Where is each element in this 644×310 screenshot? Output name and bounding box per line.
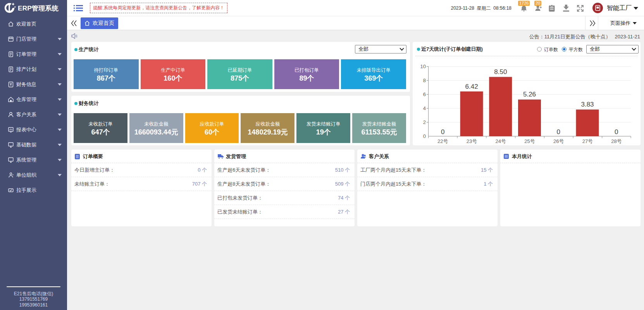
svg-text:6.42: 6.42 — [465, 83, 478, 90]
svg-text:28号: 28号 — [611, 138, 622, 144]
svg-text:3.83: 3.83 — [581, 101, 594, 108]
svg-text:0: 0 — [556, 128, 560, 136]
svg-text:6: 6 — [423, 91, 426, 97]
svg-text:23号: 23号 — [467, 138, 477, 144]
svg-text:2: 2 — [423, 119, 426, 125]
svg-text:8.50: 8.50 — [494, 68, 507, 76]
svg-text:0: 0 — [423, 133, 426, 139]
svg-text:8: 8 — [423, 78, 426, 83]
svg-text:22号: 22号 — [437, 138, 448, 144]
svg-text:27号: 27号 — [582, 138, 593, 144]
svg-text:10: 10 — [420, 64, 426, 69]
svg-text:24号: 24号 — [495, 138, 506, 144]
svg-text:25号: 25号 — [524, 138, 535, 144]
svg-text:5.26: 5.26 — [523, 91, 536, 98]
svg-text:0: 0 — [615, 128, 618, 136]
svg-text:4: 4 — [423, 105, 426, 111]
svg-text:0: 0 — [441, 128, 444, 136]
svg-text:26号: 26号 — [553, 138, 564, 144]
